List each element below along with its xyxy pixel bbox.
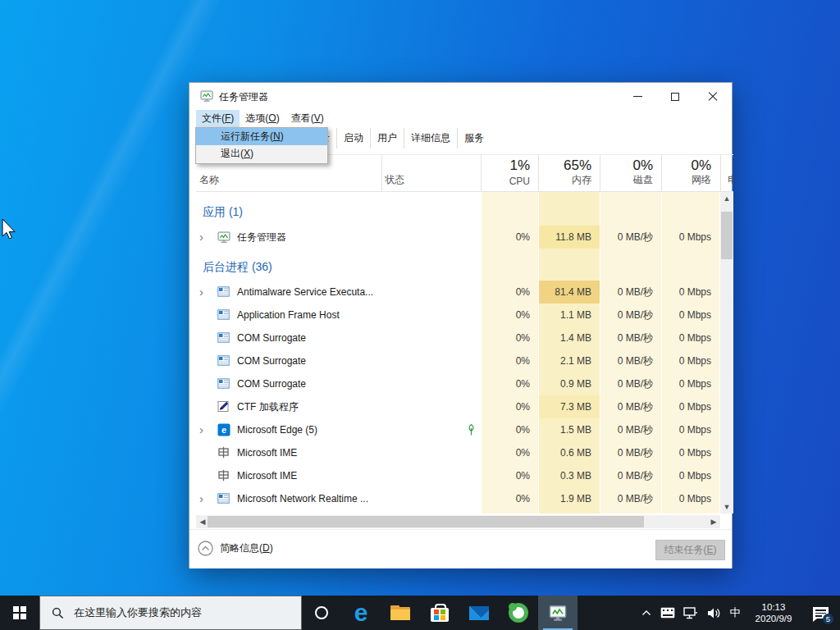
network-total-percent: 0% — [691, 158, 711, 174]
process-row[interactable]: › Antimalware Service Executa... 0% 81.4… — [196, 281, 720, 304]
process-name: COM Surrogate — [237, 349, 459, 372]
browser-360-icon — [509, 603, 528, 623]
process-row[interactable]: › Microsoft Network Realtime ... 0% 1.9 … — [196, 487, 720, 510]
expand-chevron-icon[interactable]: › — [199, 487, 211, 510]
close-button[interactable] — [694, 83, 732, 110]
column-status[interactable]: 状态 — [385, 173, 404, 187]
vertical-scrollbar[interactable]: ▲ ▼ — [720, 192, 733, 514]
process-row[interactable]: › e Microsoft Edge (5) 0% 1.5 MB 0 MB/秒 … — [196, 418, 720, 441]
menu-item-run-new-task[interactable]: 运行新任务(N) — [196, 128, 327, 145]
disk-value: 0 MB/秒 — [600, 226, 661, 249]
process-icon — [217, 231, 231, 244]
task-manager-taskbar-button[interactable] — [538, 596, 578, 630]
ime-indicator[interactable]: 中 — [725, 596, 745, 630]
mail-button[interactable] — [459, 596, 499, 630]
scroll-down-icon[interactable]: ▼ — [720, 500, 733, 514]
process-row[interactable]: › Microsoft IME 0% 0.6 MB 0 MB/秒 0 Mbps — [196, 441, 720, 464]
memory-value: 0.6 MB — [539, 441, 600, 464]
volume-button[interactable] — [702, 596, 725, 630]
process-group-header[interactable]: 应用 (1) — [196, 194, 482, 226]
tab-startup[interactable]: 启动 — [337, 128, 371, 148]
process-row[interactable]: › COM Surrogate 0% 0.9 MB 0 MB/秒 0 Mbps — [196, 372, 720, 395]
network-value: 0 Mbps — [662, 441, 719, 464]
minimize-button[interactable] — [619, 83, 656, 110]
desktop[interactable]: 任务管理器 文件(F) 选项(O) 查看(V) 进程 性能 应用历史记录 启动 … — [0, 0, 840, 630]
process-icon — [217, 354, 231, 368]
start-button[interactable] — [0, 596, 39, 630]
memory-value: 1.4 MB — [539, 326, 600, 349]
tab-users[interactable]: 用户 — [371, 128, 404, 148]
menu-item-exit[interactable]: 退出(X) — [196, 145, 327, 162]
network-button[interactable] — [679, 596, 702, 630]
cortana-button[interactable] — [302, 596, 341, 630]
memory-value: 1.5 MB — [539, 418, 600, 441]
maximize-button[interactable] — [656, 83, 694, 110]
system-tray: 中 10:13 2020/9/9 5 — [637, 596, 838, 630]
title-bar[interactable]: 任务管理器 — [189, 83, 732, 110]
column-network[interactable]: 0% 网络 — [662, 155, 719, 191]
menu-file[interactable]: 文件(F) — [196, 110, 240, 127]
horizontal-scrollbar-thumb[interactable] — [208, 516, 644, 527]
process-row[interactable]: › Microsoft IME 0% 0.3 MB 0 MB/秒 0 Mbps — [196, 464, 720, 487]
column-memory[interactable]: 65% 内存 — [539, 155, 600, 191]
process-row[interactable]: › COM Surrogate 0% 1.4 MB 0 MB/秒 0 Mbps — [196, 326, 720, 349]
file-explorer-button[interactable] — [381, 596, 420, 630]
tab-services[interactable]: 服务 — [458, 128, 491, 148]
tab-details[interactable]: 详细信息 — [404, 128, 458, 148]
tray-expand-button[interactable] — [637, 596, 656, 630]
expand-chevron-icon[interactable]: › — [199, 226, 211, 249]
column-name[interactable]: 名称 — [199, 173, 219, 187]
touch-keyboard-icon — [660, 607, 675, 619]
process-group-header[interactable]: 后台进程 (36) — [196, 249, 482, 281]
memory-value: 81.4 MB — [539, 281, 600, 304]
disk-value: 0 MB/秒 — [600, 441, 661, 464]
taskbar-search-input[interactable]: 在这里输入你要搜索的内容 — [39, 596, 302, 630]
network-value: 0 Mbps — [662, 464, 719, 487]
expand-chevron-icon[interactable]: › — [199, 418, 211, 441]
scroll-right-icon[interactable]: ▶ — [707, 515, 720, 528]
process-row[interactable]: › CTF 加载程序 0% 7.3 MB 0 MB/秒 0 Mbps — [196, 395, 720, 418]
vertical-scrollbar-thumb[interactable] — [721, 212, 733, 259]
process-icon — [217, 400, 231, 413]
group-label: 应用 (1) — [203, 205, 243, 218]
touch-keyboard-button[interactable] — [656, 596, 679, 630]
disk-value: 0 MB/秒 — [600, 304, 661, 326]
task-manager-icon — [549, 604, 567, 622]
mail-icon — [469, 606, 489, 620]
column-disk[interactable]: 0% 磁盘 — [600, 155, 661, 191]
process-icon: e — [217, 423, 231, 436]
menu-view[interactable]: 查看(V) — [285, 110, 330, 127]
horizontal-scrollbar[interactable]: ◀ ▶ — [196, 515, 720, 528]
memory-label: 内存 — [572, 173, 591, 187]
process-row[interactable]: › Application Frame Host 0% 1.1 MB 0 MB/… — [196, 304, 720, 326]
column-cpu[interactable]: 1% CPU — [482, 155, 538, 191]
process-name: Microsoft IME — [237, 464, 459, 487]
mouse-cursor — [2, 218, 18, 243]
end-task-button[interactable]: 结束任务(E) — [655, 540, 725, 560]
edge-button[interactable]: e — [341, 596, 381, 630]
chevron-up-circle-icon — [198, 541, 213, 556]
details-toggle[interactable]: 简略信息(D) — [198, 541, 273, 556]
disk-value: 0 MB/秒 — [600, 395, 661, 418]
browser-360-button[interactable] — [499, 596, 538, 630]
cpu-value: 0% — [482, 372, 538, 395]
memory-value: 11.8 MB — [539, 226, 600, 249]
process-name: Application Frame Host — [237, 304, 459, 326]
process-row[interactable]: › COM Surrogate 0% 2.1 MB 0 MB/秒 0 Mbps — [196, 349, 720, 372]
network-value: 0 Mbps — [662, 226, 719, 249]
tray-clock[interactable]: 10:13 2020/9/9 — [745, 596, 802, 630]
minimize-icon — [633, 96, 642, 97]
tray-date: 2020/9/9 — [756, 613, 792, 624]
cpu-value: 0% — [482, 464, 538, 487]
scroll-up-icon[interactable]: ▲ — [720, 192, 733, 205]
memory-total-percent: 65% — [564, 158, 591, 174]
store-button[interactable] — [420, 596, 459, 630]
action-center-button[interactable]: 5 — [802, 596, 838, 630]
process-row[interactable]: › 任务管理器 0% 11.8 MB 0 MB/秒 0 Mbps — [196, 226, 720, 249]
column-power-partial[interactable]: 电 — [728, 173, 733, 187]
tray-time: 10:13 — [762, 601, 786, 613]
expand-chevron-icon[interactable]: › — [199, 281, 211, 304]
disk-value: 0 MB/秒 — [600, 281, 661, 304]
notification-count-badge: 5 — [823, 614, 833, 624]
menu-options[interactable]: 选项(O) — [240, 110, 285, 127]
